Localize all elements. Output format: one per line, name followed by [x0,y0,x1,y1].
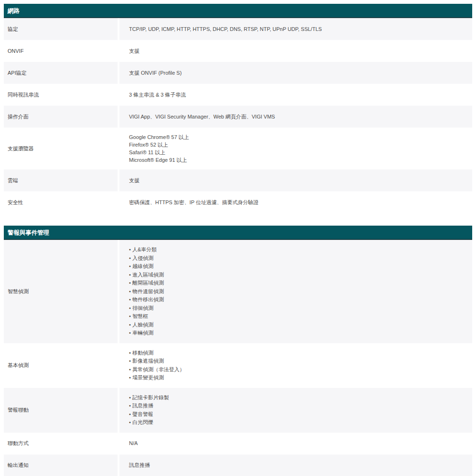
spec-row: 警報聯動• 記憶卡影片錄製• 訊息推播• 聲音警報• 白光閃爍 [4,388,472,433]
bullet-item: • 異常偵測（非法登入） [129,366,467,374]
spec-row: 基本偵測• 移動偵測• 影像遮擋偵測• 異常偵測（非法登入）• 場景變更偵測 [4,343,472,388]
section-header: 警報與事件管理 [4,226,472,240]
spec-row-label: 警報聯動 [4,388,118,433]
bullet-item: • 人臉偵測 [129,321,467,329]
bullet-item: • 影像遮擋偵測 [129,357,467,366]
value-text: 支援 [129,177,467,184]
bullet-item: • 訊息推播 [129,402,467,410]
spec-row-label: 聯動方式 [4,433,118,455]
spec-row: API協定支援 ONVIF (Profile S) [4,62,472,84]
bullet-item: • 移動偵測 [129,349,467,357]
spec-row: 同時視訊串流3 條主串流 & 3 條子串流 [4,84,472,106]
bullet-item: • 人&車分類 [129,246,467,254]
value-text: 3 條主串流 & 3 條子串流 [129,91,467,99]
bullet-item: • 場景變更偵測 [129,374,467,382]
bullet-item: • 車輛偵測 [129,329,467,337]
value-line: Microsoft® Edge 91 以上 [129,156,467,164]
spec-row-value: TCP/IP, UDP, ICMP, HTTP, HTTPS, DHCP, DN… [119,18,472,40]
spec-row: 支援瀏覽器Google Chrome® 57 以上Firefox® 52 以上S… [4,128,472,169]
spec-row-label: 支援瀏覽器 [4,128,118,169]
value-line: Safari® 11 以上 [129,149,467,156]
spec-row-value: 支援 [119,40,472,62]
spec-row-value: 密碼保護、HTTPS 加密、IP 位址過濾、摘要式身分驗證 [119,191,472,213]
spec-row: 操作介面VIGI App、VIGI Security Manager、Web 網… [4,106,472,128]
spec-row-value: • 人&車分類• 入侵偵測• 越線偵測• 進入區域偵測• 離開區域偵測• 物件遺… [119,240,472,343]
spec-row-value: • 移動偵測• 影像遮擋偵測• 異常偵測（非法登入）• 場景變更偵測 [119,343,472,388]
spec-row-label: 協定 [4,18,118,40]
spec-row-label: 輸出通知 [4,455,118,476]
spec-row-value: • 記憶卡影片錄製• 訊息推播• 聲音警報• 白光閃爍 [119,388,472,433]
spec-row: 安全性密碼保護、HTTPS 加密、IP 位址過濾、摘要式身分驗證 [4,191,472,213]
spec-row-label: 同時視訊串流 [4,84,118,106]
spec-row: 雲端支援 [4,169,472,191]
spec-row-value: N/A [119,433,472,455]
value-text: 訊息推播 [129,462,467,469]
value-text: N/A [129,440,467,447]
bullet-item: • 白光閃爍 [129,418,467,427]
spec-table-section: 警報與事件管理智慧偵測• 人&車分類• 入侵偵測• 越線偵測• 進入區域偵測• … [4,226,472,476]
bullet-item: • 徘徊偵測 [129,304,467,313]
bullet-item: • 智慧框 [129,312,467,321]
spec-row-label: ONVIF [4,40,118,62]
spec-row-value: 支援 [119,169,472,191]
bullet-item: • 物件遺留偵測 [129,288,467,296]
spec-row: ONVIF支援 [4,40,472,62]
value-line: Firefox® 52 以上 [129,141,467,149]
spec-row-label: 雲端 [4,169,118,191]
spec-row-value: Google Chrome® 57 以上Firefox® 52 以上Safari… [119,128,472,169]
spec-row: 輸出通知訊息推播 [4,455,472,476]
spec-row-label: 基本偵測 [4,343,118,388]
bullet-item: • 越線偵測 [129,262,467,271]
bullet-item: • 進入區域偵測 [129,271,467,279]
bullet-item: • 記憶卡影片錄製 [129,394,467,402]
value-text: TCP/IP, UDP, ICMP, HTTP, HTTPS, DHCP, DN… [129,26,467,33]
spec-row-label: 操作介面 [4,106,118,128]
spec-row: 聯動方式N/A [4,433,472,455]
value-line: Google Chrome® 57 以上 [129,133,467,141]
spec-row: 智慧偵測• 人&車分類• 入侵偵測• 越線偵測• 進入區域偵測• 離開區域偵測•… [4,240,472,343]
spec-row-value: VIGI App、VIGI Security Manager、Web 網頁介面、… [119,106,472,128]
value-text: 密碼保護、HTTPS 加密、IP 位址過濾、摘要式身分驗證 [129,199,467,206]
bullet-item: • 聲音警報 [129,410,467,419]
value-text: 支援 ONVIF (Profile S) [129,69,467,77]
spec-row-label: API協定 [4,62,118,84]
bullet-item: • 入侵偵測 [129,254,467,263]
spec-sections: 網路協定TCP/IP, UDP, ICMP, HTTP, HTTPS, DHCP… [0,0,476,476]
spec-row-value: 3 條主串流 & 3 條子串流 [119,84,472,106]
spec-row: 協定TCP/IP, UDP, ICMP, HTTP, HTTPS, DHCP, … [4,18,472,40]
spec-row-label: 安全性 [4,191,118,213]
value-text: 支援 [129,48,467,55]
value-text: VIGI App、VIGI Security Manager、Web 網頁介面、… [129,113,467,120]
spec-row-value: 訊息推播 [119,455,472,476]
spec-row-label: 智慧偵測 [4,240,118,343]
bullet-item: • 物件移出偵測 [129,296,467,304]
spec-table-section: 網路協定TCP/IP, UDP, ICMP, HTTP, HTTPS, DHCP… [4,4,472,213]
section-header: 網路 [4,4,472,18]
spec-row-value: 支援 ONVIF (Profile S) [119,62,472,84]
bullet-item: • 離開區域偵測 [129,279,467,288]
